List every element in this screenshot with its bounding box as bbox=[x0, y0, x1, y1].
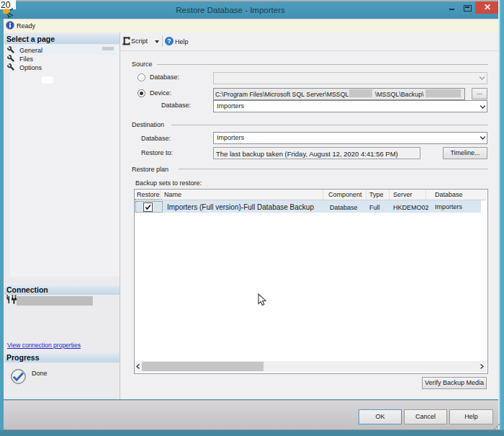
svg-text:?: ? bbox=[167, 37, 171, 45]
